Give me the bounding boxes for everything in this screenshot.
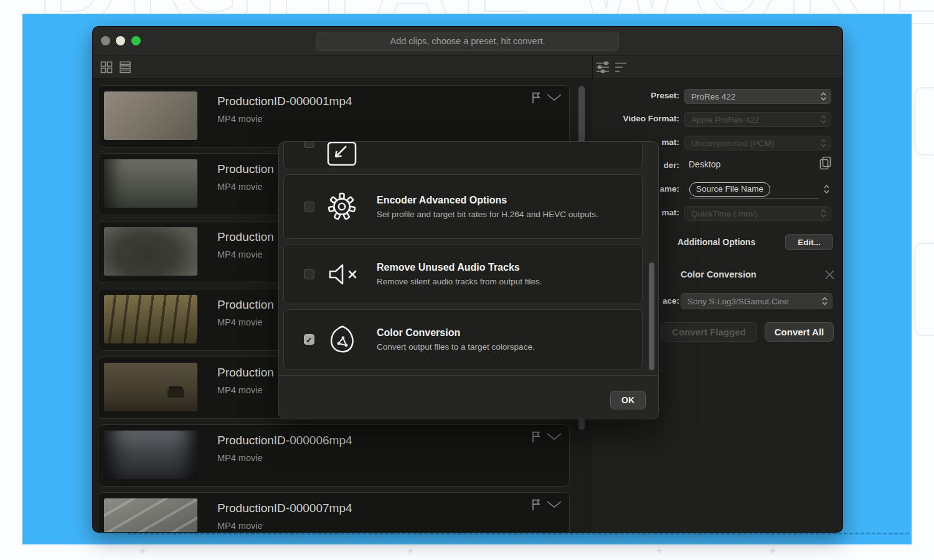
audio-format-select[interactable]: Uncompressed (PCM)	[684, 136, 831, 151]
video-format-value: Apple ProRes 422	[691, 115, 819, 124]
filter-sliders-button[interactable]	[596, 61, 610, 73]
traffic-light-zoom-button[interactable]	[131, 36, 141, 45]
clip-thumbnail	[104, 91, 197, 140]
dialog-option[interactable]: Encoder Advanced Options Set profile and…	[283, 174, 643, 239]
flag-clip-button[interactable]	[531, 91, 542, 106]
clip-subtitle: MP4 movie	[217, 453, 263, 463]
audio-format-value: Uncompressed (PCM)	[691, 139, 819, 148]
sparkle-icon: ✦	[768, 545, 776, 557]
clip-subtitle: MP4 movie	[217, 250, 263, 259]
folder-value: Desktop	[689, 159, 720, 169]
additional-options-label: Additional Options	[677, 237, 755, 247]
decorative-outline-rect	[914, 87, 934, 156]
clip-title: ProductionID-000001mp4	[217, 95, 352, 108]
clip-thumbnail	[104, 498, 197, 532]
option-checkbox[interactable]	[304, 202, 314, 212]
clip-row[interactable]: ProductionID-000001mp4 MP4 movie	[98, 85, 570, 147]
decorative-outline-rect	[914, 243, 934, 336]
option-checkbox[interactable]	[304, 334, 314, 345]
sparkle-icon: ✦	[406, 545, 414, 557]
preset-select[interactable]: ProRes 422	[684, 89, 831, 104]
option-text: Encoder Advanced Options Set profile and…	[377, 195, 598, 219]
clip-subtitle: MP4 movie	[217, 182, 263, 192]
close-color-conversion-button[interactable]	[824, 269, 835, 282]
stepper-icon	[820, 296, 829, 306]
clip-options-button[interactable]	[546, 93, 562, 103]
ok-button[interactable]: OK	[610, 391, 646, 409]
sparkle-icon: ✦	[655, 545, 663, 557]
clip-row[interactable]: ProductionID-000006mp4 MP4 movie	[98, 424, 570, 487]
chevron-down-icon	[546, 93, 562, 101]
list-view-button[interactable]	[119, 61, 133, 73]
dialog-footer: OK	[279, 375, 658, 419]
dialog-option[interactable]: Remove Unused Audio Tracks Remove silent…	[283, 244, 643, 304]
flag-clip-button[interactable]	[531, 498, 542, 513]
gear-icon	[325, 190, 359, 223]
color-conversion-section-title: Color Conversion	[681, 269, 757, 279]
window-hint-message: Add clips, choose a preset, hit convert.	[316, 32, 619, 51]
option-text: Color Conversion Convert output files to…	[377, 327, 535, 352]
clip-subtitle: MP4 movie	[217, 317, 263, 327]
option-checkbox[interactable]	[304, 142, 314, 148]
dialog-scrollbar[interactable]	[649, 263, 654, 370]
clip-title: Production	[217, 366, 274, 380]
flag-clip-button[interactable]	[531, 431, 542, 445]
clip-title: Production	[217, 230, 274, 244]
chevron-down-icon	[546, 432, 562, 441]
file-name-underline	[689, 198, 819, 198]
decorative-dashed-line	[128, 533, 909, 534]
convert-flagged-button[interactable]: Convert Flagged	[661, 322, 757, 342]
output-format-select[interactable]: QuickTime (.mov)	[684, 206, 831, 221]
stepper-icon	[819, 114, 828, 124]
sort-descending-icon	[615, 61, 627, 73]
titlebar[interactable]: Add clips, choose a preset, hit convert.	[93, 27, 843, 55]
traffic-light-minimize-button[interactable]	[116, 36, 125, 45]
traffic-light-close-button[interactable]	[101, 36, 110, 45]
option-title: Remove Unused Audio Tracks	[377, 262, 542, 273]
clip-options-button[interactable]	[546, 432, 562, 442]
dialog-option[interactable]: Color Conversion Convert output files to…	[283, 309, 643, 370]
documents-icon	[819, 156, 832, 170]
grid-view-button[interactable]	[100, 61, 114, 73]
output-format-value: QuickTime (.mov)	[691, 209, 819, 218]
reveal-folder-button[interactable]	[819, 156, 832, 172]
downscale-icon	[325, 142, 359, 170]
flag-icon	[531, 498, 542, 511]
edit-additional-options-button[interactable]: Edit...	[785, 234, 833, 250]
option-description: Convert output files to a target colorsp…	[377, 342, 535, 352]
chevron-down-icon	[546, 500, 562, 508]
video-format-select[interactable]: Apple ProRes 422	[684, 112, 831, 127]
list-view-icon	[119, 61, 131, 73]
option-checkbox[interactable]	[304, 269, 314, 279]
dialog-option[interactable]	[283, 142, 643, 169]
clip-subtitle: MP4 movie	[217, 114, 263, 124]
app-window: Add clips, choose a preset, hit convert.	[92, 26, 843, 533]
additional-options-dialog: Encoder Advanced Options Set profile and…	[278, 141, 659, 419]
option-description: Remove silent audio tracks from output f…	[377, 277, 542, 286]
file-name-token-stepper[interactable]	[822, 184, 831, 197]
colorspace-select[interactable]: Sony S-Log3/SGamut.Cine	[681, 293, 833, 309]
colorspace-value: Sony S-Log3/SGamut.Cine	[687, 297, 820, 306]
clip-title: ProductionID-000006mp4	[217, 434, 352, 447]
clip-row[interactable]: ProductionID-000007mp4 MP4 movie	[98, 492, 570, 532]
clip-thumbnail	[104, 159, 197, 208]
clip-options-button[interactable]	[546, 500, 562, 510]
toolbar	[93, 55, 843, 79]
speaker-mute-icon	[325, 258, 359, 291]
dialog-options-list: Encoder Advanced Options Set profile and…	[279, 142, 658, 376]
clip-subtitle: MP4 movie	[217, 385, 263, 395]
clip-title: Production	[217, 298, 274, 312]
file-name-token[interactable]: Source File Name	[689, 182, 770, 197]
flag-icon	[531, 431, 542, 443]
clip-thumbnail	[104, 363, 197, 411]
colorspace-icon	[325, 323, 359, 357]
clip-thumbnail	[104, 431, 197, 479]
stepper-icon	[822, 184, 831, 195]
sliders-icon	[596, 61, 610, 73]
clip-subtitle: MP4 movie	[217, 521, 263, 531]
convert-all-button[interactable]: Convert All	[765, 322, 834, 342]
sort-button[interactable]	[615, 61, 628, 73]
clip-title: Production	[217, 162, 274, 176]
sparkle-icon: ✦	[138, 545, 146, 557]
clip-thumbnail	[104, 295, 197, 343]
